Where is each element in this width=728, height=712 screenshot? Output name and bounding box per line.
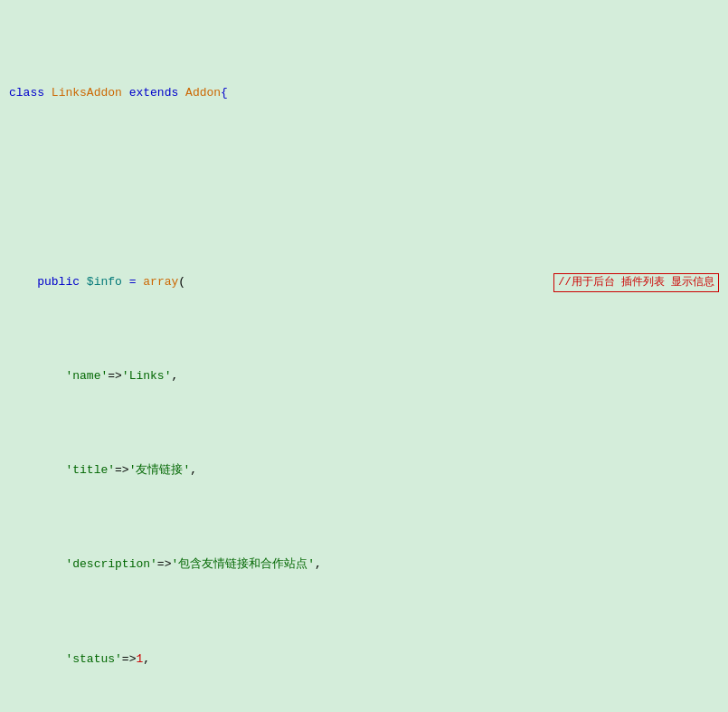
code-line-4: 'name'=>'Links', xyxy=(9,367,719,386)
code-line-7: 'status'=>1, xyxy=(9,650,719,669)
code-line-3: public $info = array( //用于后台 插件列表 显示信息 xyxy=(9,273,719,292)
code-line-2 xyxy=(9,178,719,197)
code-line-6: 'description'=>'包含友情链接和合作站点', xyxy=(9,555,719,574)
code-line-1: class LinksAddon extends Addon{ xyxy=(9,84,719,103)
code-line-5: 'title'=>'友情链接', xyxy=(9,461,719,480)
comment-box-1: //用于后台 插件列表 显示信息 xyxy=(553,273,719,292)
code-editor: class LinksAddon extends Addon{ public $… xyxy=(0,0,728,712)
